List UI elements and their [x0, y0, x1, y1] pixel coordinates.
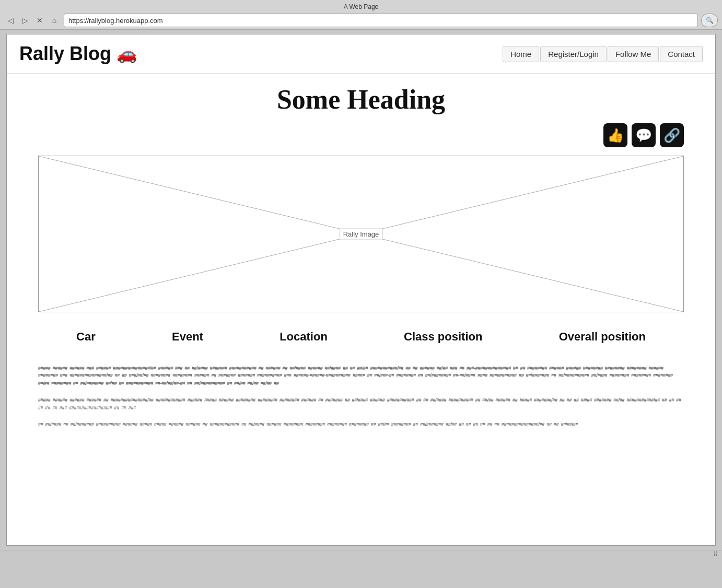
nav-follow-me[interactable]: Follow Me	[608, 46, 659, 62]
post-paragraph-2: ##### ###### ###### ###### ## ##########…	[38, 396, 684, 411]
action-icons: 👍 💬 🔗	[38, 123, 684, 147]
post-paragraph-1: ##### ###### ###### ### ###### #########…	[38, 364, 684, 387]
lorem-text-1: ##### ###### ###### ### ###### #########…	[38, 364, 684, 387]
nav-home[interactable]: Home	[503, 46, 539, 62]
nav-buttons: ◁ ▷ ✕ ⌂	[4, 14, 61, 27]
stat-car: Car	[76, 330, 96, 344]
site-logo: Rally Blog 🚗	[19, 43, 137, 65]
image-label: Rally Image	[340, 229, 383, 240]
stat-event: Event	[172, 330, 203, 344]
nav-contact[interactable]: Contact	[660, 46, 703, 62]
share-button[interactable]: 🔗	[660, 123, 684, 147]
comment-button[interactable]: 💬	[632, 123, 656, 147]
home-button[interactable]: ⌂	[48, 14, 61, 27]
main-content: Some Heading 👍 💬 🔗 Rally Image Car Event…	[7, 74, 715, 458]
page-heading: Some Heading	[38, 84, 684, 115]
browser-statusbar: ⠿	[0, 550, 722, 558]
site-header: Rally Blog 🚗 Home Register/Login Follow …	[7, 34, 715, 74]
site-logo-text: Rally Blog	[19, 43, 111, 65]
browser-toolbar: ◁ ▷ ✕ ⌂ 🔍	[4, 14, 718, 27]
rally-image-placeholder: Rally Image	[38, 156, 684, 312]
stats-row: Car Event Location Class position Overal…	[38, 325, 684, 349]
close-button[interactable]: ✕	[33, 14, 46, 27]
forward-button[interactable]: ▷	[19, 14, 31, 27]
nav-register-login[interactable]: Register/Login	[540, 46, 607, 62]
post-paragraph-3: ## ##/#### ## ##/####### ########## ####…	[38, 421, 684, 428]
lorem-text-3: ## ##/#### ## ##/####### ########## ####…	[38, 421, 684, 428]
browser-chrome: A Web Page ◁ ▷ ✕ ⌂ 🔍	[0, 0, 722, 30]
stat-class-position: Class position	[404, 330, 482, 344]
car-icon: 🚗	[117, 44, 137, 64]
search-button[interactable]: 🔍	[701, 14, 718, 27]
website-content: Rally Blog 🚗 Home Register/Login Follow …	[6, 34, 716, 546]
browser-title: A Web Page	[4, 2, 718, 14]
back-button[interactable]: ◁	[4, 14, 17, 27]
stat-location: Location	[280, 330, 328, 344]
address-bar[interactable]	[64, 14, 698, 27]
stat-overall-position: Overall position	[559, 330, 646, 344]
like-button[interactable]: 👍	[603, 123, 627, 147]
lorem-text-2: ##### ###### ###### ###### ## ##########…	[38, 396, 684, 411]
site-nav: Home Register/Login Follow Me Contact	[503, 46, 703, 62]
